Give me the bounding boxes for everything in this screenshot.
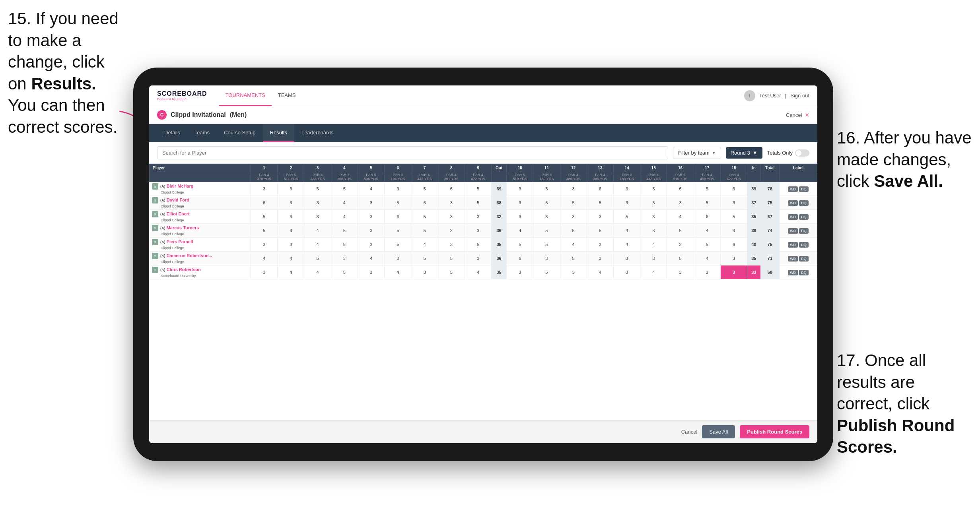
score-hole-11[interactable]: 3 bbox=[533, 252, 560, 265]
cancel-tournament-btn[interactable]: Cancel ✕ bbox=[786, 112, 809, 118]
score-hole-18[interactable]: 3 bbox=[720, 265, 747, 279]
score-hole-7[interactable]: 4 bbox=[411, 238, 438, 252]
score-hole-6[interactable]: 3 bbox=[385, 182, 411, 196]
score-hole-16[interactable]: 5 bbox=[667, 252, 694, 265]
score-hole-15[interactable]: 3 bbox=[640, 224, 667, 238]
score-hole-9[interactable]: 5 bbox=[465, 196, 491, 210]
score-hole-7[interactable]: 6 bbox=[411, 196, 438, 210]
score-hole-10[interactable]: 4 bbox=[507, 224, 533, 238]
score-hole-13[interactable]: 6 bbox=[587, 182, 613, 196]
score-hole-2[interactable]: 4 bbox=[278, 252, 304, 265]
score-hole-5[interactable]: 3 bbox=[358, 210, 384, 224]
score-hole-12[interactable]: 5 bbox=[560, 196, 587, 210]
score-hole-4[interactable]: 4 bbox=[331, 210, 358, 224]
score-hole-15[interactable]: 4 bbox=[640, 238, 667, 252]
dq-button[interactable]: DQ bbox=[799, 270, 809, 275]
score-hole-3[interactable]: 5 bbox=[304, 252, 331, 265]
score-hole-15[interactable]: 5 bbox=[640, 182, 667, 196]
score-hole-12[interactable]: 3 bbox=[560, 182, 587, 196]
score-hole-5[interactable]: 4 bbox=[358, 252, 384, 265]
score-hole-17[interactable]: 5 bbox=[694, 182, 720, 196]
score-hole-15[interactable]: 4 bbox=[640, 265, 667, 279]
score-hole-12[interactable]: 3 bbox=[560, 210, 587, 224]
score-hole-9[interactable]: 3 bbox=[465, 210, 491, 224]
score-hole-4[interactable]: 5 bbox=[331, 182, 358, 196]
score-hole-14[interactable]: 3 bbox=[614, 182, 640, 196]
tab-teams[interactable]: Teams bbox=[187, 124, 217, 142]
score-hole-5[interactable]: 3 bbox=[358, 196, 384, 210]
score-hole-9[interactable]: 5 bbox=[465, 238, 491, 252]
score-hole-4[interactable]: 5 bbox=[331, 238, 358, 252]
toggle-switch[interactable] bbox=[795, 149, 809, 157]
score-hole-10[interactable]: 5 bbox=[507, 238, 533, 252]
wd-button[interactable]: WD bbox=[788, 256, 798, 262]
score-hole-7[interactable]: 5 bbox=[411, 182, 438, 196]
score-hole-10[interactable]: 3 bbox=[507, 210, 533, 224]
score-hole-1[interactable]: 3 bbox=[251, 182, 277, 196]
score-hole-15[interactable]: 3 bbox=[640, 210, 667, 224]
score-hole-9[interactable]: 3 bbox=[465, 252, 491, 265]
score-hole-14[interactable]: 4 bbox=[614, 238, 640, 252]
score-hole-16[interactable]: 3 bbox=[667, 238, 694, 252]
tab-results[interactable]: Results bbox=[263, 124, 294, 142]
score-hole-18[interactable]: 3 bbox=[720, 182, 747, 196]
score-hole-6[interactable]: 5 bbox=[385, 238, 411, 252]
score-hole-3[interactable]: 3 bbox=[304, 196, 331, 210]
score-hole-17[interactable]: 3 bbox=[694, 265, 720, 279]
score-hole-13[interactable]: 4 bbox=[587, 265, 613, 279]
score-hole-18[interactable]: 6 bbox=[720, 238, 747, 252]
score-hole-6[interactable]: 4 bbox=[385, 265, 411, 279]
publish-round-scores-button[interactable]: Publish Round Scores bbox=[740, 425, 809, 438]
score-hole-8[interactable]: 5 bbox=[438, 265, 465, 279]
score-hole-13[interactable]: 3 bbox=[587, 210, 613, 224]
score-hole-2[interactable]: 3 bbox=[278, 210, 304, 224]
score-hole-1[interactable]: 3 bbox=[251, 265, 277, 279]
score-hole-1[interactable]: 6 bbox=[251, 196, 277, 210]
score-hole-2[interactable]: 4 bbox=[278, 265, 304, 279]
score-hole-15[interactable]: 5 bbox=[640, 196, 667, 210]
score-hole-6[interactable]: 5 bbox=[385, 196, 411, 210]
score-hole-17[interactable]: 5 bbox=[694, 238, 720, 252]
score-hole-14[interactable]: 4 bbox=[614, 224, 640, 238]
score-hole-6[interactable]: 5 bbox=[385, 224, 411, 238]
score-hole-8[interactable]: 3 bbox=[438, 210, 465, 224]
dq-button[interactable]: DQ bbox=[799, 228, 809, 234]
score-hole-14[interactable]: 5 bbox=[614, 210, 640, 224]
score-hole-7[interactable]: 5 bbox=[411, 210, 438, 224]
dq-button[interactable]: DQ bbox=[799, 214, 809, 220]
score-hole-11[interactable]: 5 bbox=[533, 265, 560, 279]
score-hole-6[interactable]: 3 bbox=[385, 210, 411, 224]
score-hole-2[interactable]: 3 bbox=[278, 196, 304, 210]
score-hole-17[interactable]: 6 bbox=[694, 210, 720, 224]
score-hole-1[interactable]: 5 bbox=[251, 210, 277, 224]
score-hole-4[interactable]: 5 bbox=[331, 224, 358, 238]
round-dropdown[interactable]: Round 3 ▼ bbox=[726, 147, 762, 159]
tab-leaderboards[interactable]: Leaderboards bbox=[294, 124, 340, 142]
score-hole-11[interactable]: 3 bbox=[533, 210, 560, 224]
score-hole-5[interactable]: 4 bbox=[358, 182, 384, 196]
tab-details[interactable]: Details bbox=[157, 124, 187, 142]
score-hole-7[interactable]: 5 bbox=[411, 224, 438, 238]
score-hole-4[interactable]: 5 bbox=[331, 265, 358, 279]
score-hole-1[interactable]: 4 bbox=[251, 252, 277, 265]
filter-by-team-dropdown[interactable]: Filter by team ▼ bbox=[673, 147, 721, 159]
score-hole-3[interactable]: 5 bbox=[304, 182, 331, 196]
tab-course-setup[interactable]: Course Setup bbox=[217, 124, 263, 142]
score-hole-14[interactable]: 3 bbox=[614, 196, 640, 210]
score-hole-9[interactable]: 3 bbox=[465, 224, 491, 238]
score-hole-17[interactable]: 5 bbox=[694, 196, 720, 210]
score-hole-13[interactable]: 5 bbox=[587, 224, 613, 238]
score-hole-16[interactable]: 3 bbox=[667, 265, 694, 279]
score-hole-3[interactable]: 3 bbox=[304, 210, 331, 224]
score-hole-4[interactable]: 4 bbox=[331, 196, 358, 210]
score-hole-8[interactable]: 5 bbox=[438, 252, 465, 265]
score-hole-1[interactable]: 3 bbox=[251, 238, 277, 252]
dq-button[interactable]: DQ bbox=[799, 200, 809, 206]
score-hole-4[interactable]: 3 bbox=[331, 252, 358, 265]
score-hole-6[interactable]: 3 bbox=[385, 252, 411, 265]
wd-button[interactable]: WD bbox=[788, 186, 798, 192]
score-hole-8[interactable]: 6 bbox=[438, 182, 465, 196]
dq-button[interactable]: DQ bbox=[799, 186, 809, 192]
score-hole-2[interactable]: 3 bbox=[278, 182, 304, 196]
wd-button[interactable]: WD bbox=[788, 270, 798, 275]
